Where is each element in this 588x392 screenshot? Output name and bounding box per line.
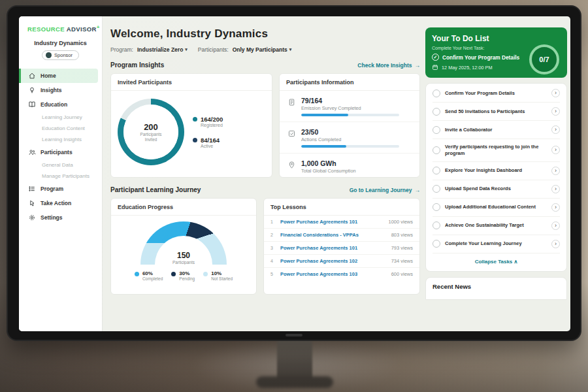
sidebar-item-home[interactable]: Home [19,69,98,83]
participants-filter-dropdown[interactable]: Only My Participants ▾ [233,46,292,53]
main-content: Welcome, Industry Dynamics Program: Indu… [110,16,420,331]
lesson-row[interactable]: 2 Financial Considerations - VPPAs 803 v… [264,229,419,242]
sidebar-item-learning-insights[interactable]: Learning Insights [19,134,102,145]
legend-dot-pending [171,272,176,276]
task-checkbox[interactable] [433,146,440,154]
stat-actions-completed: 23/50 Actions Completed [280,122,419,153]
todo-panel: Your To Do List Complete Your Next Task:… [425,27,567,300]
arrow-right-icon: → [415,187,421,193]
task-checkbox[interactable] [433,167,440,174]
section-title-learning-journey: Participant Learning Journey [110,186,201,193]
sidebar-item-general-data[interactable]: General Data [19,159,102,171]
monitor-logo [286,334,302,336]
program-filter-dropdown[interactable]: Industrialize Zero ▾ [137,46,188,53]
task-chevron-icon[interactable]: › [551,185,560,193]
collapse-tasks-link[interactable]: Collapse Tasks ∧ [433,253,560,270]
task-checkbox[interactable] [433,221,440,229]
todo-next-task[interactable]: ✓ Confirm Your Program Details [432,54,523,61]
task-row[interactable]: Verify participants requesting to join t… [433,139,560,162]
lesson-row[interactable]: 1 Power Purchase Agreements 101 1000 vie… [264,216,419,229]
sidebar-item-insights[interactable]: Insights [19,83,102,97]
task-chevron-icon[interactable]: › [551,167,560,175]
legend-active: 84/164 Active [193,137,223,148]
task-checkbox[interactable] [433,108,440,116]
top-lessons-card: Top Lessons 1 Power Purchase Agreements … [263,198,420,295]
lesson-row[interactable]: 5 Power Purchase Agreements 103 600 view… [264,268,419,280]
program-icon [28,185,36,193]
top-lessons-title: Top Lessons [264,199,419,216]
task-row[interactable]: Send 50 Invitations to Participants › [433,103,560,121]
participants-filter-label: Participants: [198,46,229,53]
task-checkbox[interactable] [433,90,440,97]
todo-task-list: Confirm Your Program Details › Send 50 I… [425,83,567,272]
donut-legend: 164/200 Registered 84/164 Active [193,116,223,148]
sidebar: RESOURCE ADVISOR+ Industry Dynamics Spon… [19,16,103,331]
task-checkbox[interactable] [433,185,440,193]
sidebar-item-learning-journey[interactable]: Learning Journey [19,112,102,123]
org-name: Industry Dynamics [19,40,102,46]
task-chevron-icon[interactable]: › [551,240,560,248]
legend-registered: 164/200 Registered [193,116,223,127]
task-row[interactable]: Achieve One Sustainability Target › [433,217,560,235]
task-row[interactable]: Explore Your Insights Dashboard › [433,162,560,180]
task-chevron-icon[interactable]: › [551,125,560,134]
lesson-link[interactable]: Power Purchase Agreements 103 [280,271,387,277]
task-row[interactable]: Complete Your Learning Journey › [433,235,560,253]
legend-dot-not-started [203,272,208,276]
task-chevron-icon[interactable]: › [551,89,560,97]
check-more-insights-link[interactable]: Check More Insights → [357,62,420,69]
photo-background: RESOURCE ADVISOR+ Industry Dynamics Spon… [0,0,588,392]
lesson-row[interactable]: 4 Power Purchase Agreements 102 734 view… [264,255,419,268]
sidebar-item-education[interactable]: Education [19,97,102,112]
task-row[interactable]: Confirm Your Program Details › [433,84,560,103]
participants-information-title: Participants Information [280,74,419,91]
sidebar-item-settings[interactable]: Settings [19,210,102,225]
task-row[interactable]: Upload Additional Educational Content › [433,199,560,217]
task-checkbox[interactable] [433,126,440,134]
sidebar-nav: Home Insights Education Learning Journey… [19,69,102,225]
actions-icon [287,129,296,138]
task-chevron-icon[interactable]: › [551,221,560,230]
legend-dot-completed [135,272,139,276]
donut-center-value: 200 [144,122,158,132]
lesson-link[interactable]: Financial Considerations - VPPAs [280,232,387,238]
survey-icon [287,98,296,106]
gauge-center-label: Participants [172,260,195,265]
sponsor-badge-label: Sponsor [54,52,73,58]
task-checkbox[interactable] [433,240,440,248]
page-title: Welcome, Industry Dynamics [110,27,420,41]
todo-progress-ring: 0/7 [529,44,559,74]
sidebar-item-participants[interactable]: Participants [19,145,102,159]
task-chevron-icon[interactable]: › [551,107,560,116]
insights-icon [28,86,36,94]
sidebar-item-education-content[interactable]: Education Content [19,123,102,134]
task-checkbox[interactable] [433,203,440,211]
go-to-learning-journey-link[interactable]: Go to Learning Journey → [350,187,420,193]
invited-participants-card: Invited Participants 200 Participants In… [110,73,272,178]
sidebar-item-take-action[interactable]: Take Action [19,196,102,210]
insights-cards-row: Invited Participants 200 Participants In… [110,73,420,178]
dashboard-screen: RESOURCE ADVISOR+ Industry Dynamics Spon… [19,16,570,331]
journey-cards-row: Education Progress 150 Participants [110,198,420,295]
chevron-down-icon: ▾ [289,47,292,52]
sidebar-item-program[interactable]: Program [19,182,102,196]
recent-news-header: Recent News [425,277,567,300]
lesson-link[interactable]: Power Purchase Agreements 101 [280,219,384,225]
invited-participants-donut-chart: 200 Participants Invited [118,99,184,165]
emission-survey-progress-bar [301,114,399,116]
lesson-link[interactable]: Power Purchase Agreements 102 [280,258,387,264]
monitor-stand-base [256,376,333,388]
task-row[interactable]: Upload Spend Data Records › [433,180,560,199]
lesson-row[interactable]: 3 Power Purchase Agreements 101 793 view… [264,242,419,255]
brand-plus: + [97,24,100,30]
legend-dot-registered [193,117,197,122]
gauge-center-value: 150 [177,251,190,260]
participants-icon [28,148,36,156]
lesson-link[interactable]: Power Purchase Agreements 101 [280,245,387,251]
education-progress-title: Education Progress [111,199,256,216]
task-chevron-icon[interactable]: › [551,146,560,154]
task-row[interactable]: Invite a Collaborator › [433,121,560,139]
task-chevron-icon[interactable]: › [551,203,560,212]
participants-information-card: Participants Information 79/164 Emission… [279,73,420,178]
sidebar-item-manage-participants[interactable]: Manage Participants [19,171,102,182]
